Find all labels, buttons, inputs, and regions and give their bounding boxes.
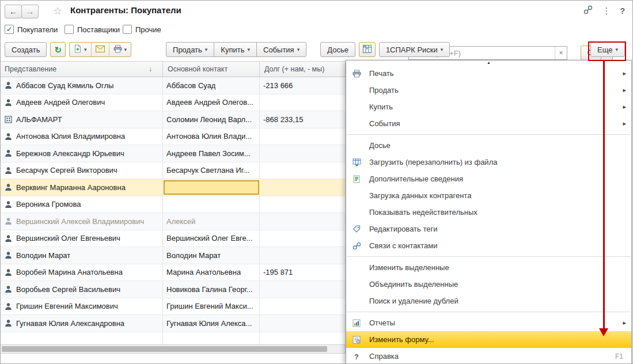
contact-edit-cell[interactable] xyxy=(164,180,259,195)
company-icon xyxy=(5,116,12,123)
scroll-up-icon[interactable]: ▲ xyxy=(346,60,631,65)
events-button[interactable]: События▾ xyxy=(256,42,306,57)
dropdown-arrow-icon: ▾ xyxy=(84,47,87,52)
menu-item-edit-tags[interactable]: Редактировать теги xyxy=(346,221,631,237)
table-row[interactable]: Антонова Юлия ВладимировнаАнтонова Юлия … xyxy=(0,128,346,146)
menu-item-label: Отчеты xyxy=(369,318,395,327)
row-contact: Вершинский Олег Евге... xyxy=(166,234,253,242)
menu-item-find-duplicates[interactable]: Поиск и удаление дублей xyxy=(346,293,631,309)
menu-item-events[interactable]: События▸ xyxy=(346,115,631,132)
menu-item-label: Редактировать теги xyxy=(369,225,437,233)
menu-item-label: Объединить выделенные xyxy=(369,280,458,289)
more-dots-icon[interactable]: ⋮ xyxy=(602,6,611,16)
row-contact-cell: Гришин Евгений Макси... xyxy=(163,298,260,315)
filter-checkbox-suppliers[interactable]: ✓ Поставщики xyxy=(65,25,120,34)
menu-item-print[interactable]: Печать▸ xyxy=(346,65,631,82)
menu-item-load-counterparty-data[interactable]: Загрузка данных контрагента xyxy=(346,187,631,204)
filter-checkbox-buyers[interactable]: ✓ Покупатели xyxy=(5,25,58,34)
row-contact-cell: Марина Анатольевна xyxy=(163,264,260,281)
buy-button[interactable]: Купить▾ xyxy=(214,42,257,57)
printer-icon xyxy=(352,70,361,78)
table-row[interactable]: Авдеев Андрей ОлеговичАвдеев Андрей Олег… xyxy=(0,94,346,112)
column-header-contact[interactable]: Основной контакт xyxy=(163,62,260,77)
svg-text:?: ? xyxy=(354,352,358,361)
menu-item-load-from-file[interactable]: Загрузить (перезаполнить) из файла xyxy=(346,154,631,170)
menu-item-dossier[interactable]: Досье xyxy=(346,137,631,154)
tag-icon xyxy=(352,225,361,233)
sort-desc-icon[interactable]: ↓ xyxy=(149,65,152,73)
new-file-button[interactable]: ▾ xyxy=(70,43,92,56)
form-icon xyxy=(352,336,361,344)
link-icon[interactable] xyxy=(583,5,593,16)
more-button[interactable]: Еще▾ xyxy=(590,42,625,57)
help-icon[interactable]: ? xyxy=(620,6,625,16)
column-header-debt[interactable]: Долг (+ нам, - мы) xyxy=(260,62,346,77)
row-contact: Алексей xyxy=(166,217,195,226)
spark-risks-button[interactable]: 1СПАРК Риски▾ xyxy=(379,42,450,57)
menu-item-merge-selected[interactable]: Объединить выделенные xyxy=(346,276,631,293)
table-row[interactable]: Воробьев Сергей ВасильевичНовикова Галин… xyxy=(0,281,346,298)
menu-item-label: События xyxy=(369,119,400,128)
table-row[interactable]: Бережнов Александр ЮрьевичАндреев Павел … xyxy=(0,145,346,162)
print-button[interactable]: ▾ xyxy=(109,43,131,56)
row-contact: Бесарчук Светлана Иг... xyxy=(166,166,249,175)
row-contact-cell: Соломин Леонид Варл... xyxy=(163,111,260,128)
row-name: Гугнавая Юлия Александровна xyxy=(16,319,124,328)
dropdown-arrow-icon: ▾ xyxy=(615,47,618,52)
filter-checkbox-others[interactable]: ✓ Прочие xyxy=(123,25,161,34)
forward-button[interactable]: → xyxy=(21,5,39,18)
table-row[interactable]: Володин МаратВолодин Марат xyxy=(0,247,346,264)
row-name: Вершинский Олег Евгеньевич xyxy=(16,234,120,242)
row-name: Аббасов Суад Кямиль Оглы xyxy=(16,81,113,90)
menu-item-label: Печать xyxy=(369,69,394,78)
favorite-star-icon[interactable]: ☆ xyxy=(53,5,62,17)
table-row[interactable]: Воробей Марина АнатольевнаМарина Анатоль… xyxy=(0,264,346,282)
person-icon xyxy=(5,81,12,89)
horizontal-scrollbar-thumb[interactable] xyxy=(2,346,327,352)
menu-item-edit-selected[interactable]: Изменить выделенные xyxy=(346,259,631,276)
person-icon xyxy=(5,98,12,107)
dossier-button[interactable]: Досье xyxy=(320,42,355,57)
spark-table-button[interactable] xyxy=(359,42,376,57)
table-row[interactable]: АЛЬФАМАРТСоломин Леонид Варл...-868 233,… xyxy=(0,111,346,128)
row-contact: Новикова Галина Георг... xyxy=(166,285,253,294)
mail-button[interactable] xyxy=(92,43,109,56)
filter-label: Поставщики xyxy=(77,25,120,34)
create-button[interactable]: Создать xyxy=(5,42,47,57)
menu-item-label: Связи с контактами xyxy=(369,241,438,250)
table-row[interactable]: Вершинский Олег ЕвгеньевичВершинский Оле… xyxy=(0,230,346,248)
refresh-icon: ↻ xyxy=(54,46,62,54)
table-row[interactable]: Гугнавая Юлия АлександровнаГугнавая Юлия… xyxy=(0,315,346,332)
menu-item-reports[interactable]: Отчеты▸ xyxy=(346,314,631,331)
table-row[interactable]: Бесарчук Сергей ВикторовичБесарчук Светл… xyxy=(0,162,346,180)
table-row[interactable]: Аббасов Суад Кямиль ОглыАббасов Суад-213… xyxy=(0,77,346,94)
horizontal-scrollbar[interactable] xyxy=(0,344,346,354)
menu-item-label: Купить xyxy=(369,103,393,111)
table-row[interactable]: Верквинг Марианна Аароновна xyxy=(0,179,346,196)
menu-item-help[interactable]: ?СправкаF1 xyxy=(346,348,631,364)
row-name: АЛЬФАМАРТ xyxy=(16,115,62,124)
sell-button[interactable]: Продать▾ xyxy=(166,42,214,57)
row-debt xyxy=(260,247,346,264)
menu-item-change-form[interactable]: Изменить форму... xyxy=(346,331,631,348)
refresh-button[interactable]: ↻ xyxy=(50,42,66,57)
column-header-name[interactable]: Представление ↓ xyxy=(0,62,163,77)
page-title: Контрагенты: Покупатели xyxy=(70,5,181,15)
forward-icon: → xyxy=(26,7,34,16)
row-name: Вероника Громова xyxy=(16,200,81,208)
table-row[interactable]: Вероника Громова xyxy=(0,196,346,214)
dropdown-arrow-icon: ▾ xyxy=(205,47,208,52)
menu-item-buy[interactable]: Купить▸ xyxy=(346,98,631,115)
row-contact-cell: Алексей xyxy=(163,213,260,230)
table-row[interactable]: Вершинский Алексей ВладимировичАлексей xyxy=(0,213,346,230)
dropdown-arrow-icon: ▾ xyxy=(247,47,250,52)
back-button[interactable]: ← xyxy=(5,5,22,18)
table-row[interactable]: Гришин Евгений МаксимовичГришин Евгений … xyxy=(0,298,346,316)
menu-item-show-invalid[interactable]: Показывать недействительных xyxy=(346,204,631,221)
menu-item-additional-info[interactable]: Дополнительные сведения xyxy=(346,170,631,187)
person-icon xyxy=(5,183,12,191)
submenu-arrow-icon: ▸ xyxy=(623,120,626,127)
row-debt xyxy=(260,230,346,247)
menu-item-contact-links[interactable]: Связи с контактами xyxy=(346,237,631,254)
menu-item-sell[interactable]: Продать▸ xyxy=(346,82,631,98)
